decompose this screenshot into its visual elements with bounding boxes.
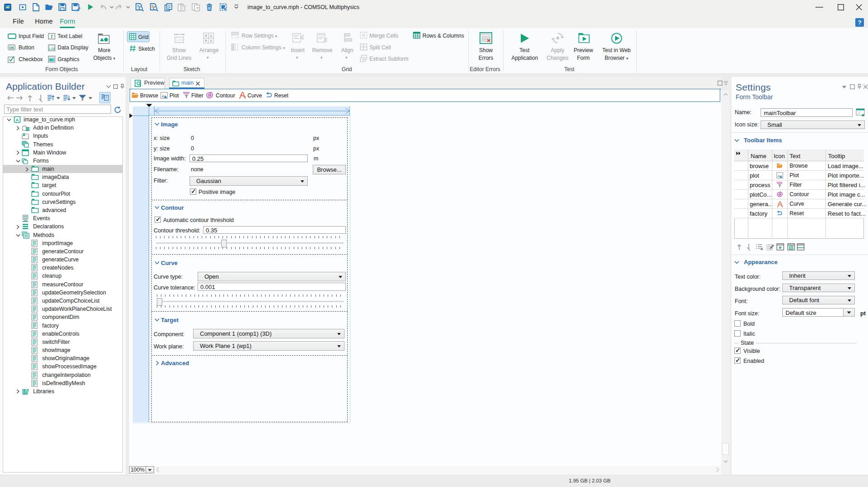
svg-text:OK: OK xyxy=(9,46,15,50)
svg-text:T: T xyxy=(50,34,53,39)
svg-text:1.23: 1.23 xyxy=(176,39,183,42)
svg-text:A: A xyxy=(16,117,19,122)
svg-text:1.23: 1.23 xyxy=(49,47,55,50)
